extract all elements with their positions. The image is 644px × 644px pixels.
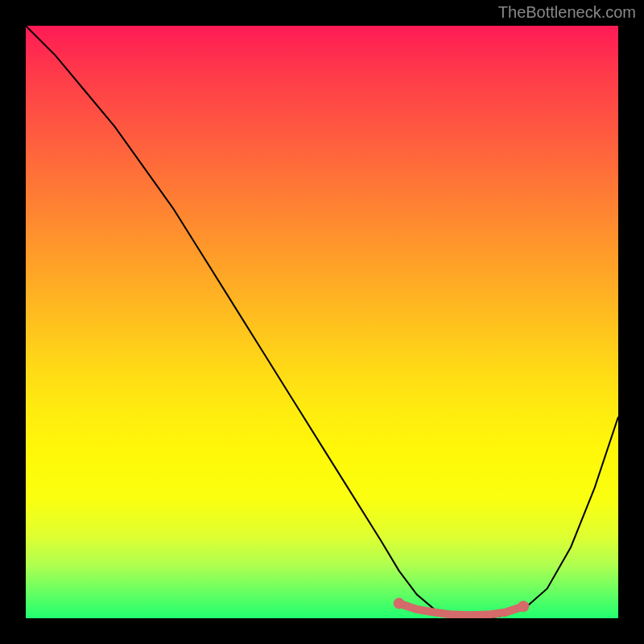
optimal-zone-start-dot — [394, 598, 405, 609]
optimal-zone-end-dot — [518, 601, 529, 612]
watermark-label: TheBottleneck.com — [498, 3, 636, 22]
optimal-zone-band — [399, 604, 524, 616]
bottleneck-curve — [26, 26, 618, 618]
chart-plot-area — [26, 26, 618, 618]
chart-svg — [26, 26, 618, 618]
